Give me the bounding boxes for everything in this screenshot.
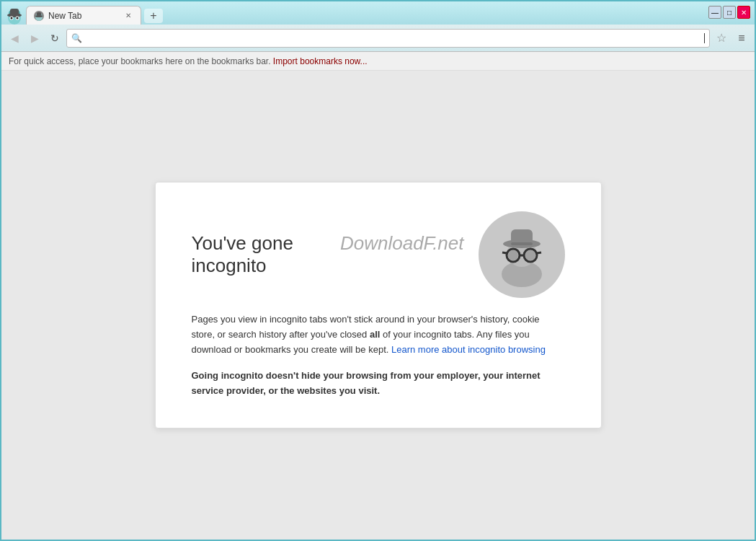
new-tab-button[interactable]: + bbox=[144, 9, 163, 23]
tab-bar: New Tab ✕ + bbox=[26, 6, 752, 25]
tab-title: New Tab bbox=[48, 11, 81, 21]
svg-line-21 bbox=[537, 252, 541, 253]
navigation-bar: ◀ ▶ ↻ 🔍 ☆ ≡ bbox=[1, 25, 755, 52]
svg-rect-16 bbox=[511, 242, 533, 245]
watermark-text: DownloadF.net bbox=[340, 232, 464, 255]
browser-logo-icon bbox=[4, 6, 25, 26]
incognito-title: You've gone incognito bbox=[192, 232, 333, 277]
svg-point-23 bbox=[525, 250, 535, 260]
svg-rect-3 bbox=[10, 9, 19, 15]
svg-point-6 bbox=[11, 17, 13, 19]
svg-point-22 bbox=[508, 250, 518, 260]
incognito-all-bold: all bbox=[370, 329, 380, 340]
incognito-body-text: Pages you view in incognito tabs won't s… bbox=[192, 312, 565, 357]
svg-point-7 bbox=[17, 17, 19, 19]
maximize-button[interactable]: □ bbox=[723, 6, 736, 19]
bookmarks-bar: For quick access, place your bookmarks h… bbox=[1, 52, 755, 71]
reload-button[interactable]: ↻ bbox=[46, 30, 63, 47]
close-button[interactable]: ✕ bbox=[737, 6, 750, 19]
learn-more-link[interactable]: Learn more about incognito browsing bbox=[391, 344, 546, 355]
forward-button[interactable]: ▶ bbox=[26, 30, 43, 47]
incognito-title-row: You've gone incognito DownloadF.net bbox=[192, 232, 464, 277]
address-input[interactable] bbox=[84, 32, 704, 43]
search-icon: 🔍 bbox=[71, 33, 81, 43]
bookmark-star-button[interactable]: ☆ bbox=[713, 30, 730, 47]
content-area: You've gone incognito DownloadF.net bbox=[1, 71, 755, 540]
tab-close-button[interactable]: ✕ bbox=[123, 11, 133, 21]
back-button[interactable]: ◀ bbox=[6, 30, 23, 47]
address-bar[interactable]: 🔍 bbox=[66, 29, 710, 48]
import-bookmarks-link[interactable]: Import bookmarks now... bbox=[273, 56, 368, 66]
incognito-header: You've gone incognito DownloadF.net bbox=[192, 211, 565, 298]
window-controls: — □ ✕ bbox=[708, 6, 750, 19]
incognito-card: You've gone incognito DownloadF.net bbox=[155, 182, 602, 428]
tab-favicon-icon bbox=[34, 11, 44, 21]
title-bar: New Tab ✕ + — □ ✕ bbox=[1, 1, 755, 25]
active-tab[interactable]: New Tab ✕ bbox=[26, 6, 141, 25]
svg-line-20 bbox=[502, 252, 507, 253]
browser-window: New Tab ✕ + — □ ✕ ◀ ▶ ↻ 🔍 ☆ ≡ For quick … bbox=[0, 0, 756, 541]
cursor-indicator bbox=[704, 33, 705, 43]
bookmarks-message: For quick access, place your bookmarks h… bbox=[9, 56, 271, 66]
svg-rect-11 bbox=[37, 12, 41, 16]
incognito-spy-icon bbox=[479, 211, 565, 298]
chrome-menu-button[interactable]: ≡ bbox=[733, 30, 750, 47]
incognito-warning-text: Going incognito doesn't hide your browsi… bbox=[192, 369, 565, 399]
minimize-button[interactable]: — bbox=[708, 6, 721, 19]
